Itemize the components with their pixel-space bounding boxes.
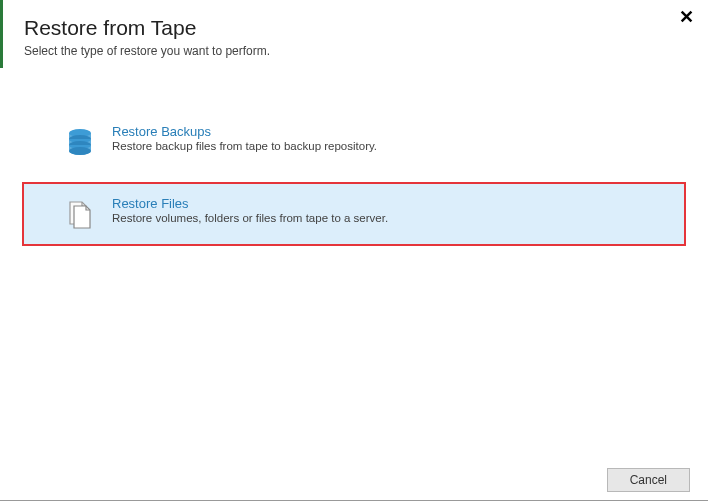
option-desc: Restore backup files from tape to backup… [112,140,666,152]
close-button[interactable]: ✕ [679,8,694,26]
accent-bar [0,0,3,68]
option-text: Restore Backups Restore backup files fro… [112,124,666,152]
dialog-footer: Cancel [0,459,708,501]
dialog-title: Restore from Tape [24,16,698,40]
option-title: Restore Backups [112,124,666,139]
files-icon [64,198,96,230]
cancel-button[interactable]: Cancel [607,468,690,492]
option-restore-backups[interactable]: Restore Backups Restore backup files fro… [22,110,686,174]
database-icon [64,126,96,158]
option-desc: Restore volumes, folders or files from t… [112,212,666,224]
option-restore-files[interactable]: Restore Files Restore volumes, folders o… [22,182,686,246]
svg-point-3 [69,147,91,155]
option-title: Restore Files [112,196,666,211]
close-icon: ✕ [679,7,694,27]
dialog-subtitle: Select the type of restore you want to p… [24,44,698,58]
options-list: Restore Backups Restore backup files fro… [0,110,708,246]
dialog-header: Restore from Tape Select the type of res… [0,0,708,60]
option-text: Restore Files Restore volumes, folders o… [112,196,666,224]
